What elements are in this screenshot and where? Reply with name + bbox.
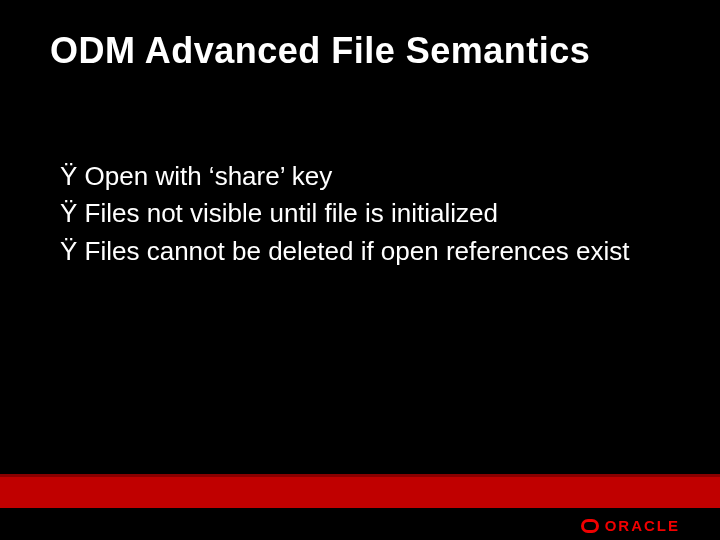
bullet-text: Files cannot be deleted if open referenc…: [85, 236, 630, 266]
oracle-o-icon: [581, 519, 599, 533]
footer-red-bar: [0, 474, 720, 508]
bullet-mark-icon: Ÿ: [60, 236, 77, 266]
bullet-item: Ÿ Files not visible until file is initia…: [60, 197, 660, 230]
bullet-text: Files not visible until file is initiali…: [85, 198, 498, 228]
bullet-text: Open with ‘share’ key: [85, 161, 333, 191]
bullet-mark-icon: Ÿ: [60, 198, 77, 228]
oracle-logo: ORACLE: [581, 517, 680, 534]
bullet-item: Ÿ Open with ‘share’ key: [60, 160, 660, 193]
slide-title: ODM Advanced File Semantics: [50, 30, 670, 72]
bullet-item: Ÿ Files cannot be deleted if open refere…: [60, 235, 660, 268]
oracle-wordmark: ORACLE: [605, 517, 680, 534]
bullet-mark-icon: Ÿ: [60, 161, 77, 191]
footer-dark-bar: ORACLE: [0, 508, 720, 540]
slide-body: Ÿ Open with ‘share’ key Ÿ Files not visi…: [60, 160, 660, 272]
slide: ODM Advanced File Semantics Ÿ Open with …: [0, 0, 720, 540]
